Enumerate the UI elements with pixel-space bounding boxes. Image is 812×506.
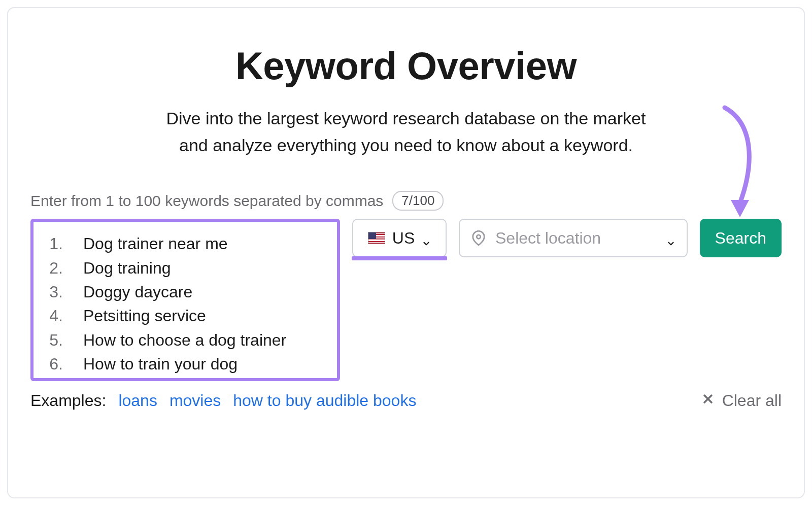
keyword-index: 1. bbox=[45, 232, 63, 256]
keyword-text: Dog training bbox=[83, 256, 171, 280]
close-icon bbox=[701, 391, 715, 410]
keyword-text: Affordable dog sitting bbox=[83, 377, 235, 382]
controls-row: 1. Dog trainer near me 2. Dog training 3… bbox=[30, 219, 782, 381]
subtitle-line-1: Dive into the largest keyword research d… bbox=[166, 109, 646, 128]
subtitle-line-2: and analyze everything you need to know … bbox=[179, 136, 633, 155]
page-subtitle: Dive into the largest keyword research d… bbox=[30, 105, 782, 158]
clear-all-label: Clear all bbox=[722, 391, 782, 410]
location-select[interactable]: Select location bbox=[459, 219, 688, 257]
prompt-row: Enter from 1 to 100 keywords separated b… bbox=[30, 191, 782, 211]
keyword-text: Dog trainer near me bbox=[83, 232, 228, 256]
keyword-index: 3. bbox=[45, 280, 63, 304]
examples-label: Examples: bbox=[30, 391, 106, 410]
example-link-movies[interactable]: movies bbox=[170, 391, 221, 410]
location-pin-icon bbox=[471, 230, 486, 246]
keyword-index: 5. bbox=[45, 328, 63, 352]
svg-point-0 bbox=[477, 235, 481, 239]
keyword-item[interactable]: 2. Dog training bbox=[45, 256, 326, 280]
search-button[interactable]: Search bbox=[700, 219, 782, 257]
keywords-input[interactable]: 1. Dog trainer near me 2. Dog training 3… bbox=[30, 219, 340, 381]
keyword-index: 4. bbox=[45, 304, 63, 328]
country-code: US bbox=[392, 229, 415, 248]
example-link-loans[interactable]: loans bbox=[118, 391, 157, 410]
chevron-down-icon bbox=[666, 233, 675, 243]
keyword-index: 6. bbox=[45, 352, 63, 376]
chevron-down-icon bbox=[422, 233, 431, 243]
keyword-item[interactable]: 5. How to choose a dog trainer bbox=[45, 328, 326, 352]
examples-row: Examples: loans movies how to buy audibl… bbox=[30, 391, 782, 410]
keywords-list: 1. Dog trainer near me 2. Dog training 3… bbox=[45, 232, 326, 381]
keyword-text: Doggy daycare bbox=[83, 280, 192, 304]
keyword-index: 2. bbox=[45, 256, 63, 280]
keyword-text: Petsitting service bbox=[83, 304, 206, 328]
country-select[interactable]: US bbox=[352, 219, 447, 257]
keyword-count-badge: 7/100 bbox=[392, 191, 444, 211]
keyword-text: How to train your dog bbox=[83, 352, 238, 376]
keyword-overview-card: Keyword Overview Dive into the largest k… bbox=[7, 7, 805, 498]
example-link-audible[interactable]: how to buy audible books bbox=[233, 391, 416, 410]
keyword-text: How to choose a dog trainer bbox=[83, 328, 286, 352]
keyword-item[interactable]: 6. How to train your dog bbox=[45, 352, 326, 376]
keyword-item[interactable]: 3. Doggy daycare bbox=[45, 280, 326, 304]
location-placeholder: Select location bbox=[495, 229, 657, 248]
us-flag-icon bbox=[368, 232, 385, 244]
keyword-item[interactable]: 4. Petsitting service bbox=[45, 304, 326, 328]
clear-all-button[interactable]: Clear all bbox=[701, 391, 782, 410]
keyword-item[interactable]: 1. Dog trainer near me bbox=[45, 232, 326, 256]
page-title: Keyword Overview bbox=[30, 44, 782, 88]
keyword-item[interactable]: 7. Affordable dog sitting bbox=[45, 377, 326, 382]
prompt-label: Enter from 1 to 100 keywords separated b… bbox=[30, 192, 383, 210]
annotation-underline bbox=[352, 256, 447, 260]
